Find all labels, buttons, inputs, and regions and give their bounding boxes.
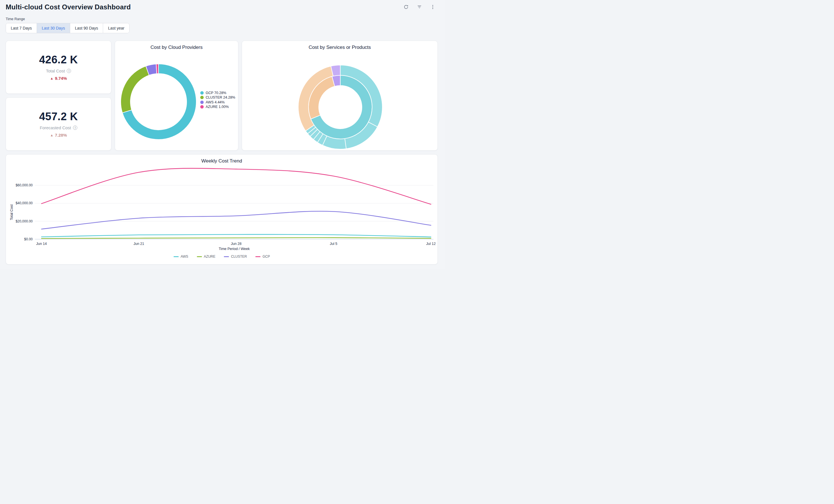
- legend-item-aws[interactable]: AWS: [174, 255, 188, 259]
- legend-line-swatch: [224, 256, 229, 257]
- total-cost-value: 426.2 K: [39, 54, 78, 66]
- delta-value: 7.28%: [55, 133, 67, 137]
- y-tick-label: $20,000.00: [16, 219, 33, 223]
- total-cost-label-row: Total Cost i: [46, 68, 71, 73]
- x-tick-label: Jul 5: [330, 242, 337, 246]
- time-range-last-90-days[interactable]: Last 90 Days: [70, 23, 103, 33]
- legend-dot: [200, 101, 204, 104]
- forecasted-cost-kpi-card: 457.2 K Forecasted Cost i ▲ 7.28%: [6, 97, 111, 151]
- forecasted-cost-delta: ▲ 7.28%: [50, 133, 67, 137]
- legend-item-aws[interactable]: AWS 4.44%: [200, 100, 236, 104]
- legend-item-gcp[interactable]: GCP 70.28%: [200, 91, 236, 95]
- weekly-cost-trend-line-chart[interactable]: $0.00$20,000.00$40,000.00$60,000.00Jun 1…: [6, 155, 438, 265]
- donut-legend: GCP 70.28% CLUSTER 24.28% AWS 4.44% AZUR…: [200, 91, 236, 109]
- time-range-last-30-days[interactable]: Last 30 Days: [37, 23, 70, 33]
- refresh-button[interactable]: [403, 4, 409, 10]
- cost-by-cloud-providers-card: Cost by Cloud Providers GCP 70.28% CLUST…: [115, 41, 238, 151]
- trend-line-azure[interactable]: [42, 238, 431, 239]
- legend-line-swatch: [174, 256, 179, 257]
- trend-line-gcp[interactable]: [42, 168, 431, 204]
- x-tick-label: Jun 28: [231, 242, 242, 246]
- legend-item-cluster[interactable]: CLUSTER 24.28%: [200, 95, 236, 100]
- legend-item-gcp[interactable]: GCP: [255, 255, 270, 259]
- legend-item-azure[interactable]: AZURE: [197, 255, 216, 259]
- y-tick-label: $0.00: [24, 237, 33, 241]
- time-range-label: Time Range: [6, 17, 25, 21]
- legend-label: GCP: [262, 255, 270, 259]
- donut-segment-cluster[interactable]: [121, 66, 149, 113]
- total-cost-label: Total Cost: [46, 68, 65, 73]
- trend-legend: AWS AZURE CLUSTER GCP: [6, 255, 437, 259]
- forecasted-cost-label: Forecasted Cost: [40, 125, 71, 130]
- triangle-up-icon: ▲: [50, 76, 53, 81]
- legend-line-swatch: [255, 256, 261, 257]
- filter-button[interactable]: [416, 4, 422, 10]
- donut-segment-azure[interactable]: [156, 64, 158, 73]
- y-tick-label: $40,000.00: [16, 201, 33, 205]
- total-cost-kpi-card: 426.2 K Total Cost i ▲ 9.74%: [6, 41, 111, 94]
- trend-line-aws[interactable]: [42, 234, 431, 237]
- y-tick-label: $60,000.00: [16, 183, 33, 187]
- legend-label: AZURE 1.00%: [206, 105, 229, 109]
- delta-value: 9.74%: [55, 76, 67, 81]
- total-cost-delta: ▲ 9.74%: [50, 76, 67, 81]
- legend-item-azure[interactable]: AZURE 1.00%: [200, 105, 236, 109]
- more-options-button[interactable]: [430, 4, 436, 10]
- page-title: Multi-cloud Cost Overview Dashboard: [6, 3, 131, 11]
- legend-dot: [200, 105, 204, 109]
- legend-label: AWS 4.44%: [206, 100, 225, 104]
- x-tick-label: Jun 14: [36, 242, 47, 246]
- refresh-icon: [403, 4, 409, 10]
- info-icon[interactable]: i: [73, 126, 77, 130]
- forecasted-cost-label-row: Forecasted Cost i: [40, 125, 77, 130]
- legend-label: CLUSTER 24.28%: [206, 95, 235, 100]
- legend-line-swatch: [197, 256, 202, 257]
- time-range-selector: Last 7 Days Last 30 Days Last 90 Days La…: [6, 23, 130, 33]
- x-tick-label: Jun 21: [133, 242, 144, 246]
- dashboard: Multi-cloud Cost Overview Dashboard Time…: [0, 0, 445, 269]
- x-tick-label: Jul 12: [426, 242, 436, 246]
- legend-label: AZURE: [204, 255, 216, 259]
- filter-icon: [417, 4, 422, 10]
- info-icon[interactable]: i: [67, 69, 71, 73]
- trend-line-cluster[interactable]: [42, 211, 431, 229]
- triangle-up-icon: ▲: [50, 133, 53, 137]
- time-range-last-year[interactable]: Last year: [103, 23, 129, 33]
- y-axis-title: Total Cost: [10, 204, 14, 220]
- weekly-cost-trend-card: Weekly Cost Trend $0.00$20,000.00$40,000…: [6, 154, 438, 264]
- header-actions: [403, 4, 436, 10]
- cost-by-services-sunburst-chart[interactable]: [242, 41, 438, 151]
- forecasted-cost-value: 457.2 K: [39, 111, 78, 123]
- legend-label: CLUSTER: [231, 255, 247, 259]
- kebab-menu-icon: [430, 4, 436, 10]
- legend-label: GCP 70.28%: [206, 91, 226, 95]
- time-range-last-7-days[interactable]: Last 7 Days: [6, 23, 37, 33]
- legend-dot: [200, 91, 204, 95]
- x-axis-title: Time Period / Week: [219, 247, 250, 251]
- legend-dot: [200, 96, 204, 99]
- legend-label: AWS: [181, 255, 188, 259]
- legend-item-cluster[interactable]: CLUSTER: [224, 255, 247, 259]
- cost-by-services-card: Cost by Services or Products: [242, 41, 438, 151]
